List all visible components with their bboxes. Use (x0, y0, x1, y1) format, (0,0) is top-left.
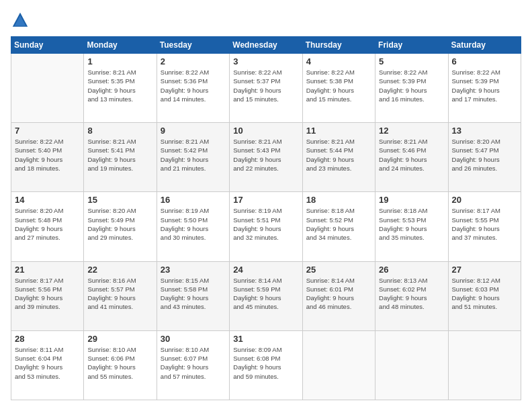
day-info: Sunrise: 8:21 AM Sunset: 5:46 PM Dayligh… (379, 137, 444, 173)
calendar-cell: 21Sunrise: 8:17 AM Sunset: 5:56 PM Dayli… (11, 261, 84, 330)
calendar-cell: 3Sunrise: 8:22 AM Sunset: 5:37 PM Daylig… (230, 54, 302, 123)
day-number: 17 (233, 195, 298, 205)
calendar-cell: 8Sunrise: 8:21 AM Sunset: 5:41 PM Daylig… (84, 123, 157, 192)
day-info: Sunrise: 8:22 AM Sunset: 5:40 PM Dayligh… (15, 137, 80, 173)
calendar-cell (11, 54, 84, 123)
weekday-header: Thursday (302, 37, 375, 54)
calendar-cell: 18Sunrise: 8:18 AM Sunset: 5:52 PM Dayli… (302, 192, 375, 261)
day-info: Sunrise: 8:20 AM Sunset: 5:49 PM Dayligh… (87, 206, 152, 242)
calendar-week-row: 21Sunrise: 8:17 AM Sunset: 5:56 PM Dayli… (11, 261, 521, 330)
calendar-cell (302, 330, 375, 400)
day-number: 26 (379, 265, 444, 275)
calendar-cell: 24Sunrise: 8:14 AM Sunset: 5:59 PM Dayli… (230, 261, 302, 330)
day-info: Sunrise: 8:11 AM Sunset: 6:04 PM Dayligh… (15, 345, 80, 381)
calendar-cell: 28Sunrise: 8:11 AM Sunset: 6:04 PM Dayli… (11, 330, 84, 400)
calendar-week-row: 14Sunrise: 8:20 AM Sunset: 5:48 PM Dayli… (11, 192, 521, 261)
calendar-cell: 17Sunrise: 8:19 AM Sunset: 5:51 PM Dayli… (230, 192, 302, 261)
day-info: Sunrise: 8:15 AM Sunset: 5:58 PM Dayligh… (161, 276, 226, 312)
calendar-cell: 11Sunrise: 8:21 AM Sunset: 5:44 PM Dayli… (302, 123, 375, 192)
day-info: Sunrise: 8:20 AM Sunset: 5:47 PM Dayligh… (452, 137, 517, 173)
day-number: 8 (87, 126, 152, 136)
calendar-cell: 12Sunrise: 8:21 AM Sunset: 5:46 PM Dayli… (375, 123, 448, 192)
calendar-cell: 14Sunrise: 8:20 AM Sunset: 5:48 PM Dayli… (11, 192, 84, 261)
calendar-cell: 23Sunrise: 8:15 AM Sunset: 5:58 PM Dayli… (157, 261, 229, 330)
day-info: Sunrise: 8:22 AM Sunset: 5:37 PM Dayligh… (233, 68, 298, 103)
calendar-cell: 10Sunrise: 8:21 AM Sunset: 5:43 PM Dayli… (230, 123, 302, 192)
weekday-header: Wednesday (230, 37, 302, 54)
day-info: Sunrise: 8:21 AM Sunset: 5:43 PM Dayligh… (233, 137, 298, 173)
calendar-cell: 29Sunrise: 8:10 AM Sunset: 6:06 PM Dayli… (84, 330, 157, 400)
calendar-cell: 5Sunrise: 8:22 AM Sunset: 5:39 PM Daylig… (375, 54, 448, 123)
day-info: Sunrise: 8:17 AM Sunset: 5:55 PM Dayligh… (452, 206, 517, 242)
day-info: Sunrise: 8:14 AM Sunset: 6:01 PM Dayligh… (306, 276, 371, 312)
day-info: Sunrise: 8:21 AM Sunset: 5:42 PM Dayligh… (161, 137, 226, 173)
calendar-cell: 2Sunrise: 8:22 AM Sunset: 5:36 PM Daylig… (157, 54, 229, 123)
day-info: Sunrise: 8:21 AM Sunset: 5:41 PM Dayligh… (87, 137, 152, 173)
day-number: 11 (306, 126, 371, 136)
day-info: Sunrise: 8:12 AM Sunset: 6:03 PM Dayligh… (452, 276, 517, 312)
calendar-week-row: 1Sunrise: 8:21 AM Sunset: 5:35 PM Daylig… (11, 54, 521, 123)
day-number: 6 (452, 56, 517, 66)
day-info: Sunrise: 8:20 AM Sunset: 5:48 PM Dayligh… (15, 206, 80, 242)
day-number: 24 (233, 265, 298, 275)
day-info: Sunrise: 8:17 AM Sunset: 5:56 PM Dayligh… (15, 276, 80, 312)
calendar-cell: 15Sunrise: 8:20 AM Sunset: 5:49 PM Dayli… (84, 192, 157, 261)
calendar-cell: 13Sunrise: 8:20 AM Sunset: 5:47 PM Dayli… (448, 123, 521, 192)
day-number: 20 (452, 195, 517, 205)
day-number: 4 (306, 56, 371, 66)
day-info: Sunrise: 8:19 AM Sunset: 5:51 PM Dayligh… (233, 206, 298, 242)
calendar-cell: 16Sunrise: 8:19 AM Sunset: 5:50 PM Dayli… (157, 192, 229, 261)
day-info: Sunrise: 8:22 AM Sunset: 5:36 PM Dayligh… (161, 68, 226, 103)
day-number: 16 (161, 195, 226, 205)
day-info: Sunrise: 8:22 AM Sunset: 5:39 PM Dayligh… (379, 68, 444, 103)
day-number: 1 (87, 56, 152, 66)
day-number: 15 (87, 195, 152, 205)
calendar-cell: 6Sunrise: 8:22 AM Sunset: 5:39 PM Daylig… (448, 54, 521, 123)
calendar-week-row: 28Sunrise: 8:11 AM Sunset: 6:04 PM Dayli… (11, 330, 521, 400)
weekday-header: Saturday (448, 37, 521, 54)
day-number: 21 (15, 265, 80, 275)
header (11, 11, 521, 30)
day-number: 27 (452, 265, 517, 275)
calendar-cell: 26Sunrise: 8:13 AM Sunset: 6:02 PM Dayli… (375, 261, 448, 330)
day-info: Sunrise: 8:18 AM Sunset: 5:52 PM Dayligh… (306, 206, 371, 242)
logo (11, 11, 32, 30)
day-number: 31 (233, 334, 298, 344)
calendar-cell: 20Sunrise: 8:17 AM Sunset: 5:55 PM Dayli… (448, 192, 521, 261)
day-number: 14 (15, 195, 80, 205)
calendar-cell: 4Sunrise: 8:22 AM Sunset: 5:38 PM Daylig… (302, 54, 375, 123)
day-info: Sunrise: 8:22 AM Sunset: 5:38 PM Dayligh… (306, 68, 371, 103)
day-number: 18 (306, 195, 371, 205)
day-info: Sunrise: 8:13 AM Sunset: 6:02 PM Dayligh… (379, 276, 444, 312)
day-number: 2 (161, 56, 226, 66)
day-number: 29 (87, 334, 152, 344)
calendar-cell (448, 330, 521, 400)
calendar-table: SundayMondayTuesdayWednesdayThursdayFrid… (11, 36, 521, 400)
day-number: 30 (161, 334, 226, 344)
calendar-week-row: 7Sunrise: 8:22 AM Sunset: 5:40 PM Daylig… (11, 123, 521, 192)
logo-icon (11, 11, 30, 30)
day-number: 9 (161, 126, 226, 136)
day-info: Sunrise: 8:14 AM Sunset: 5:59 PM Dayligh… (233, 276, 298, 312)
day-info: Sunrise: 8:16 AM Sunset: 5:57 PM Dayligh… (87, 276, 152, 312)
day-number: 12 (379, 126, 444, 136)
day-info: Sunrise: 8:10 AM Sunset: 6:06 PM Dayligh… (87, 345, 152, 381)
calendar-cell: 7Sunrise: 8:22 AM Sunset: 5:40 PM Daylig… (11, 123, 84, 192)
day-number: 5 (379, 56, 444, 66)
weekday-header: Monday (84, 37, 157, 54)
day-info: Sunrise: 8:19 AM Sunset: 5:50 PM Dayligh… (161, 206, 226, 242)
day-info: Sunrise: 8:18 AM Sunset: 5:53 PM Dayligh… (379, 206, 444, 242)
day-info: Sunrise: 8:09 AM Sunset: 6:08 PM Dayligh… (233, 345, 298, 381)
day-number: 19 (379, 195, 444, 205)
weekday-header: Friday (375, 37, 448, 54)
day-info: Sunrise: 8:22 AM Sunset: 5:39 PM Dayligh… (452, 68, 517, 103)
calendar-cell: 27Sunrise: 8:12 AM Sunset: 6:03 PM Dayli… (448, 261, 521, 330)
day-number: 13 (452, 126, 517, 136)
day-info: Sunrise: 8:21 AM Sunset: 5:44 PM Dayligh… (306, 137, 371, 173)
day-number: 25 (306, 265, 371, 275)
day-number: 28 (15, 334, 80, 344)
day-number: 10 (233, 126, 298, 136)
calendar-cell: 9Sunrise: 8:21 AM Sunset: 5:42 PM Daylig… (157, 123, 229, 192)
calendar-cell: 31Sunrise: 8:09 AM Sunset: 6:08 PM Dayli… (230, 330, 302, 400)
day-number: 7 (15, 126, 80, 136)
